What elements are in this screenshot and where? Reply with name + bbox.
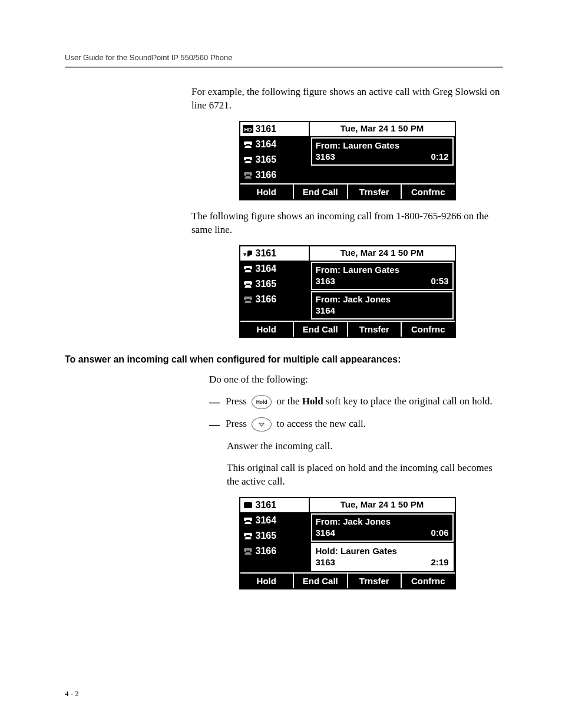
- linekey-4-label: 3166: [256, 294, 277, 305]
- call-from: From: Jack Jones: [316, 516, 449, 526]
- linekey-3-label: 3165: [256, 154, 277, 165]
- linekey-2: 3164: [240, 137, 310, 153]
- linekey-4-label: 3166: [256, 170, 277, 180]
- result-paragraph: This original call is placed on hold and…: [227, 462, 503, 489]
- call-card-incoming: From: Jack Jones 3164: [311, 291, 454, 319]
- page: User Guide for the SoundPoint IP 550/560…: [0, 0, 562, 728]
- linekey-4: 3166: [240, 292, 310, 308]
- softkey-endcall: End Call: [294, 185, 348, 199]
- content-column: For example, the following figure shows …: [191, 85, 503, 589]
- phone-icon: [243, 516, 253, 525]
- text: or the: [276, 396, 302, 407]
- call-card-active: From: Jack Jones 3164 0:06: [311, 513, 454, 542]
- options-list: — Press Hold or the Hold soft key to pla…: [191, 395, 503, 432]
- phone-icon: [243, 140, 253, 149]
- down-arrow-hardkey-icon: [252, 417, 272, 431]
- call-duration: 0:53: [431, 276, 448, 286]
- linekey-2-label: 3164: [256, 515, 277, 526]
- option-navigate: — Press to access the new call.: [209, 417, 503, 431]
- text: Press: [226, 418, 247, 429]
- call-number: 3163: [316, 151, 335, 162]
- date-bar: Tue, Mar 24 1 50 PM: [310, 246, 455, 262]
- phone-icon: [243, 280, 253, 288]
- linekey-2-label: 3164: [256, 263, 277, 274]
- linekey-2-label: 3164: [256, 139, 277, 150]
- bold-hold: Hold: [302, 396, 323, 407]
- hold-hardkey-icon: Hold: [252, 395, 272, 409]
- phone-screen-1: HD 3161 3164 3165 3166: [239, 121, 456, 200]
- softkey-transfer: Trnsfer: [348, 185, 402, 199]
- softkey-confrnc: Confrnc: [402, 322, 455, 337]
- softkey-confrnc: Confrnc: [402, 574, 455, 588]
- linekey-3-label: 3165: [256, 279, 277, 289]
- linekeys: 3161 3164 3165 3166: [240, 246, 310, 321]
- phone-off-icon: [243, 547, 253, 555]
- phone-off-icon: [243, 295, 253, 304]
- svg-marker-2: [259, 423, 264, 426]
- call-from: Hold: Lauren Gates: [316, 546, 449, 556]
- phone-off-icon: [243, 171, 253, 179]
- softkeys: Hold End Call Trnsfer Confrnc: [240, 183, 455, 199]
- call-card-active: From: Lauren Gates 3163 0:53: [311, 262, 454, 290]
- call-duration: 0:12: [431, 151, 448, 162]
- date-bar: Tue, Mar 24 1 50 PM: [310, 498, 455, 513]
- softkey-transfer: Trnsfer: [348, 322, 402, 337]
- softkey-hold: Hold: [240, 574, 295, 588]
- intro-paragraph-2: The following figure shows an incoming c…: [191, 210, 503, 237]
- hd-icon: HD: [243, 125, 253, 133]
- linekey-4: 3166: [240, 168, 310, 183]
- softkey-transfer: Trnsfer: [348, 574, 402, 588]
- softkey-confrnc: Confrnc: [402, 185, 455, 199]
- linekey-2: 3164: [240, 262, 310, 277]
- linekey-4-label: 3166: [256, 546, 277, 556]
- call-number: 3164: [316, 528, 335, 538]
- call-duration: 0:06: [431, 528, 448, 538]
- svg-rect-3: [244, 502, 252, 508]
- procedure-heading: To answer an incoming call when configur…: [65, 354, 503, 365]
- date-bar: Tue, Mar 24 1 50 PM: [310, 122, 455, 137]
- linekey-1-label: 3161: [256, 500, 277, 510]
- call-from: From: Lauren Gates: [316, 140, 449, 150]
- call-card-active: From: Lauren Gates 3163 0:12: [311, 137, 454, 166]
- phone-icon: [243, 532, 253, 540]
- ringing-icon: [243, 249, 253, 258]
- linekey-1: HD 3161: [240, 122, 310, 137]
- softkey-endcall: End Call: [294, 574, 348, 588]
- phone-screen-3: 3161 3164 3165 3166: [239, 497, 456, 589]
- softkeys: Hold End Call Trnsfer Confrnc: [240, 572, 455, 588]
- linekey-2: 3164: [240, 513, 310, 529]
- active-icon: [243, 501, 253, 509]
- option-hold: — Press Hold or the Hold soft key to pla…: [209, 395, 503, 409]
- dash-icon: —: [209, 417, 220, 431]
- softkey-hold: Hold: [240, 185, 295, 199]
- running-head: User Guide for the SoundPoint IP 550/560…: [65, 53, 503, 62]
- answer-step: Answer the incoming call.: [227, 440, 503, 453]
- header-rule: [65, 67, 503, 68]
- call-duration: 2:19: [431, 557, 448, 567]
- linekeys: HD 3161 3164 3165 3166: [240, 122, 310, 183]
- linekey-1: 3161: [240, 246, 310, 262]
- call-from: From: Lauren Gates: [316, 265, 449, 275]
- phone-screen-2: 3161 3164 3165 3166: [239, 245, 456, 338]
- softkeys: Hold End Call Trnsfer Confrnc: [240, 321, 455, 337]
- softkey-endcall: End Call: [294, 322, 348, 337]
- page-number: 4 - 2: [65, 689, 79, 699]
- call-number: 3164: [316, 305, 335, 315]
- text: to access the new call.: [276, 418, 366, 429]
- linekey-1-label: 3161: [256, 124, 277, 134]
- text: soft key to place the original call on h…: [323, 396, 492, 407]
- linekey-4: 3166: [240, 544, 310, 559]
- linekey-1: 3161: [240, 498, 310, 513]
- call-number: 3163: [316, 276, 335, 286]
- linekey-3: 3165: [240, 153, 310, 168]
- call-card-hold: Hold: Lauren Gates 3163 2:19: [311, 543, 454, 571]
- text: Press: [226, 396, 247, 407]
- linekeys: 3161 3164 3165 3166: [240, 498, 310, 572]
- softkey-hold: Hold: [240, 322, 295, 337]
- linekey-1-label: 3161: [256, 248, 277, 259]
- linekey-3: 3165: [240, 277, 310, 292]
- call-from: From: Jack Jones: [316, 294, 449, 304]
- linekey-3-label: 3165: [256, 531, 277, 541]
- call-number: 3163: [316, 557, 335, 567]
- intro-paragraph-1: For example, the following figure shows …: [191, 85, 503, 113]
